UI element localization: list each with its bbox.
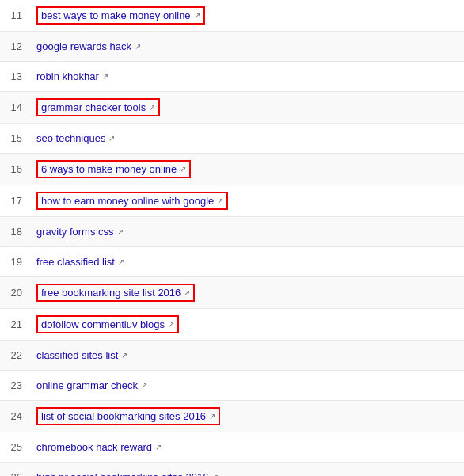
result-link[interactable]: free bookmarking site list 2016 bbox=[41, 287, 181, 299]
external-link-icon: ↗ bbox=[108, 134, 115, 143]
row-content: free bookmarking site list 2016↗ bbox=[32, 280, 464, 305]
link-wrapper: online grammar check↗ bbox=[36, 379, 147, 391]
link-wrapper: free classified list↗ bbox=[36, 256, 124, 268]
row-content: google rewards hack↗ bbox=[32, 37, 464, 55]
link-wrapper: chromebook hack reward↗ bbox=[36, 441, 162, 453]
table-row: 19free classified list↗ bbox=[0, 247, 464, 277]
boxed-link-wrapper: free bookmarking site list 2016↗ bbox=[36, 284, 195, 302]
row-number: 23 bbox=[0, 379, 32, 391]
row-content: list of social bookmarking sites 2016↗ bbox=[32, 404, 464, 428]
external-link-icon: ↗ bbox=[209, 412, 215, 421]
boxed-link-wrapper: best ways to make money online↗ bbox=[36, 6, 205, 25]
result-link[interactable]: robin khokhar bbox=[36, 70, 99, 82]
external-link-icon: ↗ bbox=[141, 381, 147, 390]
link-wrapper: gravity forms css↗ bbox=[36, 226, 124, 238]
table-row: 11best ways to make money online↗ bbox=[0, 0, 464, 32]
row-content: high pr social bookmarking sites 2016↗ bbox=[32, 468, 464, 476]
result-link[interactable]: 6 ways to make money online bbox=[41, 163, 177, 175]
table-row: 12google rewards hack↗ bbox=[0, 32, 464, 62]
external-link-icon: ↗ bbox=[117, 227, 124, 236]
row-number: 12 bbox=[0, 40, 32, 52]
external-link-icon: ↗ bbox=[168, 320, 174, 329]
result-link[interactable]: free classified list bbox=[36, 256, 115, 268]
result-link[interactable]: high pr social bookmarking sites 2016 bbox=[36, 471, 209, 476]
link-wrapper: high pr social bookmarking sites 2016↗ bbox=[36, 471, 219, 476]
link-wrapper: robin khokhar↗ bbox=[36, 70, 108, 82]
result-link[interactable]: list of social bookmarking sites 2016 bbox=[41, 410, 206, 422]
result-link[interactable]: how to earn money online with google bbox=[41, 195, 214, 207]
row-number: 11 bbox=[0, 10, 32, 21]
row-number: 16 bbox=[0, 163, 32, 175]
external-link-icon: ↗ bbox=[180, 165, 186, 173]
table-row: 14grammar checker tools↗ bbox=[0, 92, 464, 124]
table-row: 23online grammar check↗ bbox=[0, 371, 464, 401]
row-content: classified sites list↗ bbox=[32, 346, 464, 364]
row-number: 22 bbox=[0, 349, 32, 361]
row-number: 20 bbox=[0, 287, 32, 299]
row-number: 13 bbox=[0, 70, 32, 82]
row-number: 19 bbox=[0, 256, 32, 268]
result-link[interactable]: online grammar check bbox=[36, 379, 138, 391]
external-link-icon: ↗ bbox=[102, 72, 108, 81]
result-link[interactable]: grammar checker tools bbox=[41, 101, 146, 113]
boxed-link-wrapper: how to earn money online with google↗ bbox=[36, 192, 228, 210]
external-link-icon: ↗ bbox=[194, 11, 200, 20]
external-link-icon: ↗ bbox=[121, 351, 127, 360]
row-number: 18 bbox=[0, 226, 32, 238]
result-link[interactable]: seo techniques bbox=[36, 132, 105, 144]
result-link[interactable]: chromebook hack reward bbox=[36, 441, 152, 453]
external-link-icon: ↗ bbox=[184, 288, 190, 297]
result-link[interactable]: gravity forms css bbox=[36, 226, 114, 238]
boxed-link-wrapper: 6 ways to make money online↗ bbox=[36, 160, 191, 178]
table-row: 26high pr social bookmarking sites 2016↗ bbox=[0, 463, 464, 476]
row-content: best ways to make money online↗ bbox=[32, 3, 464, 28]
result-link[interactable]: dofollow commentluv blogs bbox=[41, 318, 165, 330]
row-number: 17 bbox=[0, 195, 32, 207]
link-wrapper: google rewards hack↗ bbox=[36, 40, 141, 52]
row-content: gravity forms css↗ bbox=[32, 223, 464, 241]
row-content: robin khokhar↗ bbox=[32, 67, 464, 86]
row-number: 24 bbox=[0, 410, 32, 422]
table-row: 17how to earn money online with google↗ bbox=[0, 185, 464, 217]
row-content: grammar checker tools↗ bbox=[32, 95, 464, 120]
table-row: 15seo techniques↗ bbox=[0, 124, 464, 154]
external-link-icon: ↗ bbox=[212, 473, 219, 476]
result-link[interactable]: classified sites list bbox=[36, 349, 118, 361]
boxed-link-wrapper: dofollow commentluv blogs↗ bbox=[36, 315, 179, 333]
table-row: 25chromebook hack reward↗ bbox=[0, 432, 464, 463]
row-content: online grammar check↗ bbox=[32, 376, 464, 394]
external-link-icon: ↗ bbox=[149, 103, 155, 112]
result-link[interactable]: best ways to make money online bbox=[41, 10, 191, 21]
table-row: 22classified sites list↗ bbox=[0, 341, 464, 371]
row-content: how to earn money online with google↗ bbox=[32, 188, 464, 213]
row-content: chromebook hack reward↗ bbox=[32, 438, 464, 456]
row-content: dofollow commentluv blogs↗ bbox=[32, 312, 464, 337]
table-row: 166 ways to make money online↗ bbox=[0, 154, 464, 185]
table-row: 18gravity forms css↗ bbox=[0, 217, 464, 247]
table-row: 21dofollow commentluv blogs↗ bbox=[0, 309, 464, 341]
link-wrapper: classified sites list↗ bbox=[36, 349, 127, 361]
row-number: 14 bbox=[0, 101, 32, 113]
external-link-icon: ↗ bbox=[135, 42, 141, 51]
external-link-icon: ↗ bbox=[155, 443, 162, 451]
table-row: 13robin khokhar↗ bbox=[0, 62, 464, 92]
boxed-link-wrapper: list of social bookmarking sites 2016↗ bbox=[36, 407, 220, 425]
boxed-link-wrapper: grammar checker tools↗ bbox=[36, 98, 160, 116]
table-row: 20free bookmarking site list 2016↗ bbox=[0, 277, 464, 309]
row-number: 21 bbox=[0, 318, 32, 330]
row-content: free classified list↗ bbox=[32, 253, 464, 271]
row-number: 26 bbox=[0, 471, 32, 476]
row-content: seo techniques↗ bbox=[32, 129, 464, 147]
link-wrapper: seo techniques↗ bbox=[36, 132, 115, 144]
row-content: 6 ways to make money online↗ bbox=[32, 157, 464, 181]
external-link-icon: ↗ bbox=[118, 257, 124, 266]
results-table: 11best ways to make money online↗12googl… bbox=[0, 0, 464, 476]
external-link-icon: ↗ bbox=[217, 196, 223, 205]
result-link[interactable]: google rewards hack bbox=[36, 40, 131, 52]
table-row: 24list of social bookmarking sites 2016↗ bbox=[0, 401, 464, 432]
row-number: 25 bbox=[0, 441, 32, 453]
row-number: 15 bbox=[0, 132, 32, 144]
